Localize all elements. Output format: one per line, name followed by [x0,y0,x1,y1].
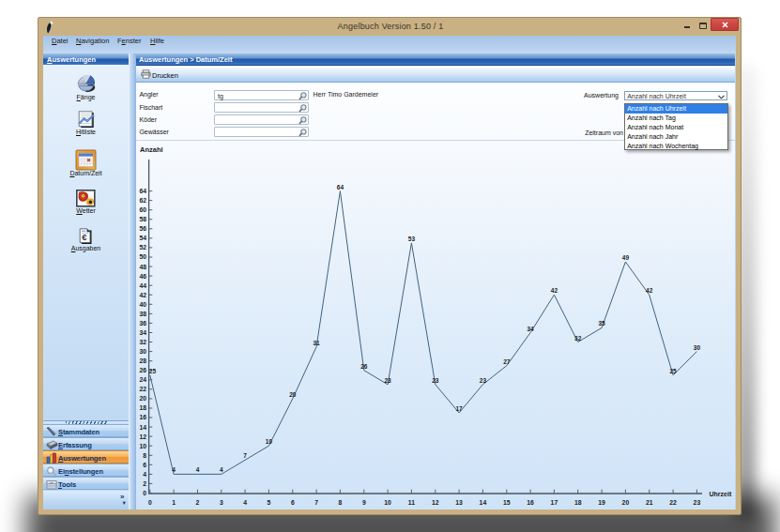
svg-text:31: 31 [313,340,320,346]
svg-text:15: 15 [503,499,511,506]
svg-text:17: 17 [455,405,463,412]
svg-text:20: 20 [289,391,297,398]
svg-text:42: 42 [139,292,146,298]
svg-text:52: 52 [139,244,146,251]
svg-text:11: 11 [408,499,415,506]
svg-text:64: 64 [139,188,146,194]
svg-text:28: 28 [139,357,146,364]
svg-text:20: 20 [139,395,146,402]
svg-text:50: 50 [139,253,146,260]
svg-text:34: 34 [527,326,534,332]
svg-text:42: 42 [551,287,558,294]
svg-text:23: 23 [384,377,391,384]
svg-text:26: 26 [360,363,368,370]
svg-text:2: 2 [143,480,146,487]
svg-text:36: 36 [139,320,146,327]
svg-text:12: 12 [432,499,439,506]
svg-text:0: 0 [143,490,146,496]
svg-text:8: 8 [339,499,343,506]
svg-text:18: 18 [574,499,582,506]
svg-text:14: 14 [139,424,146,431]
svg-text:34: 34 [139,329,146,336]
svg-text:14: 14 [480,499,487,506]
svg-text:4: 4 [196,466,200,473]
svg-text:38: 38 [139,311,146,317]
svg-text:32: 32 [574,335,582,342]
svg-text:12: 12 [139,433,146,440]
svg-text:4: 4 [172,466,176,473]
svg-text:27: 27 [503,358,511,365]
svg-text:6: 6 [291,499,295,506]
svg-text:16: 16 [139,414,146,420]
svg-text:17: 17 [551,499,558,506]
svg-text:56: 56 [139,225,146,232]
svg-text:8: 8 [143,452,146,459]
svg-text:10: 10 [384,499,391,506]
svg-text:35: 35 [598,320,605,327]
svg-text:7: 7 [314,499,318,506]
svg-text:25: 25 [149,368,157,374]
svg-text:30: 30 [139,348,146,355]
svg-text:20: 20 [622,499,630,506]
svg-text:54: 54 [139,235,146,241]
svg-text:16: 16 [527,499,534,506]
svg-text:42: 42 [646,287,653,294]
svg-text:22: 22 [139,386,146,392]
svg-text:62: 62 [139,197,146,204]
svg-text:58: 58 [139,216,146,222]
svg-text:46: 46 [139,273,146,280]
svg-text:10: 10 [139,443,146,449]
svg-text:22: 22 [669,499,677,506]
svg-text:24: 24 [139,376,146,383]
svg-text:6: 6 [143,462,146,468]
svg-text:18: 18 [139,404,146,411]
svg-text:5: 5 [268,499,271,506]
svg-text:4: 4 [243,499,247,506]
svg-text:25: 25 [669,368,677,374]
svg-text:23: 23 [480,377,487,384]
svg-text:32: 32 [139,339,146,345]
svg-text:4: 4 [143,471,146,478]
svg-text:13: 13 [455,499,463,506]
svg-text:9: 9 [362,499,366,506]
svg-text:1: 1 [172,499,176,506]
svg-text:0: 0 [148,499,152,506]
svg-text:49: 49 [622,254,630,261]
svg-text:2: 2 [196,499,200,506]
svg-text:60: 60 [139,206,146,213]
svg-text:30: 30 [694,344,701,351]
svg-text:26: 26 [139,367,146,373]
svg-text:48: 48 [139,264,146,270]
svg-text:21: 21 [646,499,653,506]
svg-text:3: 3 [220,499,223,506]
svg-text:23: 23 [694,499,701,506]
svg-text:19: 19 [598,499,605,506]
svg-text:Uhrzeit: Uhrzeit [710,491,732,497]
svg-text:53: 53 [408,236,416,242]
svg-text:4: 4 [220,466,223,473]
svg-text:23: 23 [432,377,439,384]
svg-text:64: 64 [337,184,344,190]
svg-text:7: 7 [243,452,247,459]
svg-text:40: 40 [139,301,146,308]
svg-text:44: 44 [139,282,146,289]
svg-text:10: 10 [266,438,273,445]
svg-text:Anzahl: Anzahl [140,145,163,154]
